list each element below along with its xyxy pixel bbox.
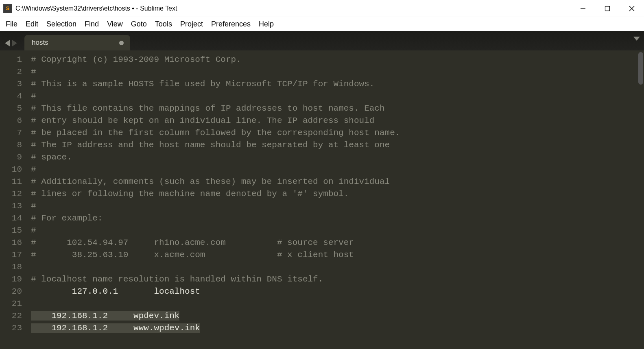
- code-line[interactable]: 192.168.1.2 wpdev.ink: [31, 310, 644, 322]
- vertical-scrollbar[interactable]: [638, 52, 643, 85]
- code-line[interactable]: # 102.54.94.97 rhino.acme.com # source s…: [31, 237, 644, 249]
- code-line[interactable]: # entry should be kept on an individual …: [31, 115, 644, 127]
- code-line[interactable]: # lines or following the machine name de…: [31, 188, 644, 200]
- code-line[interactable]: # Additionally, comments (such as these)…: [31, 176, 644, 188]
- tab-label: hosts: [32, 39, 48, 47]
- titlebar[interactable]: S C:\Windows\System32\drivers\etc\hosts …: [0, 0, 644, 17]
- code-line[interactable]: # 38.25.63.10 x.acme.com # x client host: [31, 249, 644, 261]
- line-number: 4: [0, 90, 22, 103]
- close-button[interactable]: [620, 0, 644, 17]
- line-number: 2: [0, 66, 22, 78]
- code-line[interactable]: #: [31, 225, 644, 237]
- code-line[interactable]: [31, 298, 644, 310]
- tab-overflow-icon[interactable]: [633, 37, 640, 41]
- code-area[interactable]: 1234567891011121314151617181920212223 # …: [0, 50, 644, 349]
- line-number: 16: [0, 237, 22, 249]
- menu-view[interactable]: View: [104, 18, 126, 30]
- code-line[interactable]: # localhost name resolution is handled w…: [31, 273, 644, 286]
- maximize-button[interactable]: [595, 0, 620, 17]
- code-line[interactable]: 127.0.0.1 localhost: [31, 286, 644, 298]
- tab-hosts[interactable]: hosts: [24, 35, 130, 50]
- code-line[interactable]: # This is a sample HOSTS file used by Mi…: [31, 78, 644, 90]
- line-number: 13: [0, 200, 22, 212]
- code-content[interactable]: # Copyright (c) 1993-2009 Microsoft Corp…: [27, 50, 644, 349]
- menu-goto[interactable]: Goto: [128, 18, 150, 30]
- dirty-indicator-icon: [119, 41, 124, 45]
- line-number: 20: [0, 286, 22, 298]
- line-number: 21: [0, 298, 22, 310]
- line-number: 5: [0, 103, 22, 115]
- app-icon: S: [3, 4, 12, 13]
- line-number: 9: [0, 151, 22, 164]
- tab-nav: [3, 40, 22, 50]
- svg-rect-1: [605, 6, 610, 11]
- tab-bar: hosts: [0, 31, 644, 50]
- line-number: 10: [0, 164, 22, 176]
- menu-find[interactable]: Find: [81, 18, 102, 30]
- code-line[interactable]: #: [31, 164, 644, 176]
- line-number: 23: [0, 322, 22, 334]
- editor-area: hosts 1234567891011121314151617181920212…: [0, 31, 644, 349]
- line-number: 18: [0, 261, 22, 273]
- code-line[interactable]: [31, 261, 644, 273]
- menu-edit[interactable]: Edit: [22, 18, 41, 30]
- code-line[interactable]: # For example:: [31, 212, 644, 225]
- line-number: 14: [0, 212, 22, 225]
- line-number: 7: [0, 127, 22, 139]
- menu-file[interactable]: File: [2, 18, 21, 30]
- line-number: 12: [0, 188, 22, 200]
- code-line[interactable]: # This file contains the mappings of IP …: [31, 103, 644, 115]
- code-line[interactable]: # be placed in the first column followed…: [31, 127, 644, 139]
- code-line[interactable]: # The IP address and the host name shoul…: [31, 139, 644, 151]
- code-line[interactable]: 192.168.1.2 www.wpdev.ink: [31, 322, 644, 334]
- nav-back-icon[interactable]: [5, 40, 10, 46]
- code-line[interactable]: #: [31, 90, 644, 103]
- menu-help[interactable]: Help: [255, 18, 277, 30]
- code-line[interactable]: #: [31, 66, 644, 78]
- line-number: 3: [0, 78, 22, 90]
- line-number-gutter: 1234567891011121314151617181920212223: [0, 50, 27, 349]
- code-line[interactable]: #: [31, 200, 644, 212]
- nav-forward-icon[interactable]: [12, 40, 17, 46]
- line-number: 19: [0, 273, 22, 286]
- line-number: 8: [0, 139, 22, 151]
- line-number: 6: [0, 115, 22, 127]
- app-window: S C:\Windows\System32\drivers\etc\hosts …: [0, 0, 644, 349]
- menubar: File Edit Selection Find View Goto Tools…: [0, 17, 644, 31]
- code-line[interactable]: # space.: [31, 151, 644, 164]
- window-controls: [571, 0, 644, 17]
- menu-selection[interactable]: Selection: [43, 18, 80, 30]
- line-number: 17: [0, 249, 22, 261]
- line-number: 11: [0, 176, 22, 188]
- minimize-button[interactable]: [571, 0, 595, 17]
- code-line[interactable]: # Copyright (c) 1993-2009 Microsoft Corp…: [31, 54, 644, 66]
- menu-project[interactable]: Project: [177, 18, 206, 30]
- menu-tools[interactable]: Tools: [152, 18, 175, 30]
- line-number: 22: [0, 310, 22, 322]
- window-title: C:\Windows\System32\drivers\etc\hosts • …: [15, 5, 571, 12]
- menu-preferences[interactable]: Preferences: [208, 18, 254, 30]
- line-number: 1: [0, 54, 22, 66]
- line-number: 15: [0, 225, 22, 237]
